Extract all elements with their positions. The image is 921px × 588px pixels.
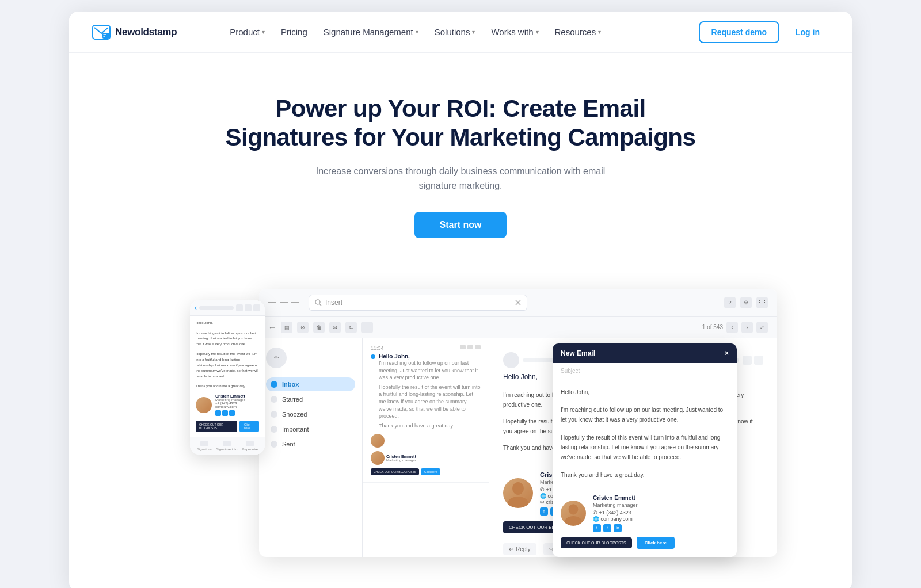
nav-product[interactable]: Product ▾ [223, 22, 272, 41]
thread-banner-text: CHECK OUT OUR BLOGPOSTS [371, 468, 419, 475]
compose-linkedin-icon: in [614, 524, 622, 532]
compose-sig-name: Cristen Emmett [593, 495, 729, 501]
compose-banner: CHECK OUT OUR BLOGPOSTS Click here [561, 537, 729, 549]
mobile-banner-text: CHECK OUT OUR BLOGPOSTS [196, 421, 237, 432]
hero-section: Power up Your ROI: Create Email Signatur… [69, 53, 852, 266]
search-icon [315, 299, 322, 306]
nav-signature-management[interactable]: Signature Management ▾ [317, 22, 425, 41]
hero-subtitle: Increase conversions through daily busin… [299, 164, 622, 193]
compose-button[interactable]: ✏ [266, 348, 287, 368]
message-count: 1 of 543 [702, 324, 723, 330]
svg-point-2 [315, 300, 320, 304]
nav-solutions[interactable]: Solutions ▾ [428, 22, 482, 41]
chevron-down-icon: ▾ [416, 29, 418, 35]
svg-point-9 [565, 516, 582, 525]
more-icon[interactable]: ⋯ [361, 322, 373, 333]
chevron-down-icon: ▾ [598, 29, 601, 35]
search-bar[interactable]: Insert [309, 295, 527, 311]
thread-banner: CHECK OUT OUR BLOGPOSTS Click here [371, 468, 481, 475]
compose-banner-cta[interactable]: Click here [637, 537, 675, 549]
compose-text1: I'm reaching out to follow up on our las… [561, 405, 729, 425]
mobile-greeting: Hello John, [196, 320, 259, 326]
reply-button[interactable]: ↩ Reply [503, 543, 536, 555]
sidebar-inbox[interactable]: Inbox [266, 377, 355, 391]
svg-point-6 [512, 482, 524, 495]
svg-point-8 [569, 505, 579, 515]
svg-line-3 [320, 304, 322, 306]
grid-icon[interactable]: ⋮⋮ [756, 297, 768, 308]
email-sidebar: ✏ Inbox Starred Snoozed [259, 338, 363, 557]
nav-pricing[interactable]: Pricing [274, 22, 314, 41]
nav-works-with[interactable]: Works with ▾ [484, 22, 545, 41]
thread-from: Hello John, [379, 353, 481, 360]
mockup-container: ‹ Hello John, I'm reaching out to follow… [201, 289, 720, 557]
compose-window: New Email × Subject Hello John, I'm reac… [553, 343, 737, 557]
nav-resources[interactable]: Resources ▾ [548, 22, 608, 41]
mobile-sig-info: Cristen Emmett Marketing manager +1 (342… [215, 394, 245, 416]
thread-sig-title: Marketing manager [386, 459, 416, 462]
mobile-footer-signature: Signature [197, 441, 212, 451]
compose-body-area: Hello John, I'm reaching out to follow u… [553, 379, 737, 557]
compose-signature: Cristen Emmett Marketing manager ✆ +1 (3… [561, 488, 729, 532]
back-arrow[interactable]: ← [268, 323, 276, 332]
facebook-icon: f [540, 507, 548, 516]
spam-icon[interactable]: ⊘ [297, 322, 309, 333]
compose-header: New Email × [553, 343, 737, 363]
sidebar-sent[interactable]: Sent [266, 437, 355, 451]
archive-icon[interactable]: ▤ [281, 322, 292, 333]
toolbar-icons: ? ⚙ ⋮⋮ [724, 297, 768, 308]
thread-time: 11:34 [371, 345, 384, 351]
mobile-body: I'm reaching out to follow up on our las… [196, 331, 259, 348]
delete-icon[interactable]: 🗑 [313, 322, 325, 333]
compose-avatar-illustration [564, 502, 583, 525]
mobile-footer-repertoire: Repertoire [242, 441, 258, 451]
chevron-down-icon: ▾ [536, 29, 539, 35]
mobile-body2: Hopefully the result of this event will … [196, 352, 259, 379]
reply-icon: ↩ [509, 546, 513, 552]
mobile-footer-info: Signature info [216, 441, 237, 451]
compose-text2: Hopefully the result of this event will … [561, 433, 729, 462]
mobile-header: ‹ [190, 300, 265, 316]
compose-close-icon[interactable]: × [725, 349, 729, 357]
search-input[interactable]: Insert [325, 299, 342, 307]
email-toolbar: Insert ? ⚙ ⋮⋮ [259, 289, 777, 317]
thread-preview3: Thank you and have a great day. [379, 422, 481, 430]
thread-banner-cta[interactable]: Click here [421, 468, 440, 475]
thread-content: Hello John, I'm reaching out to follow u… [379, 353, 481, 429]
sidebar-snoozed[interactable]: Snoozed [266, 407, 355, 421]
start-now-button[interactable]: Start now [414, 212, 507, 238]
compose-sig-company: 🌐 company.com [593, 516, 729, 522]
compose-text3: Thank you and have a great day. [561, 470, 729, 480]
compose-twitter-icon: t [603, 524, 611, 532]
compose-sig-info: Cristen Emmett Marketing manager ✆ +1 (3… [593, 495, 729, 532]
logo[interactable]: Newoldstamp [92, 25, 177, 40]
sidebar-important[interactable]: Important [266, 422, 355, 436]
mobile-banner-cta[interactable]: Click here [239, 421, 259, 432]
compose-banner-text: CHECK OUT OUR BLOGPOSTS [561, 537, 632, 548]
next-icon[interactable]: › [741, 322, 753, 333]
request-demo-button[interactable]: Request demo [699, 21, 779, 43]
mobile-banner: CHECK OUT OUR BLOGPOSTS Click here [196, 421, 259, 432]
compose-subject-field[interactable]: Subject [553, 363, 737, 379]
mobile-sender-company: company.com [215, 405, 245, 408]
thread-meta: 11:34 [371, 345, 481, 351]
thread-sig-name: Cristen Emmett [386, 455, 416, 459]
expand-icon[interactable]: ⤢ [756, 322, 768, 333]
mobile-mockup: ‹ Hello John, I'm reaching out to follow… [190, 300, 265, 455]
question-icon[interactable]: ? [724, 297, 736, 308]
mobile-footer: Signature Signature info Repertoire [190, 437, 265, 455]
mobile-body3: Thank you and have a great day. [196, 384, 259, 390]
thread-preview2: Hopefully the result of the event will t… [379, 384, 481, 420]
login-button[interactable]: Log in [786, 22, 829, 42]
email-thread-list: 11:34 Hello John, [363, 338, 489, 557]
compose-sig-social: f t in [593, 524, 729, 532]
sidebar-starred[interactable]: Starred [266, 392, 355, 406]
avatar-illustration [507, 479, 529, 507]
prev-icon[interactable]: ‹ [726, 322, 738, 333]
compose-sig-phone: ✆ +1 (342) 4323 [593, 510, 729, 516]
compose-sig-title: Marketing manager [593, 502, 729, 508]
move-icon[interactable]: ✉ [329, 322, 341, 333]
label-icon[interactable]: 🏷 [345, 322, 357, 333]
thread-item[interactable]: 11:34 Hello John, [363, 338, 489, 483]
gear-icon[interactable]: ⚙ [740, 297, 752, 308]
